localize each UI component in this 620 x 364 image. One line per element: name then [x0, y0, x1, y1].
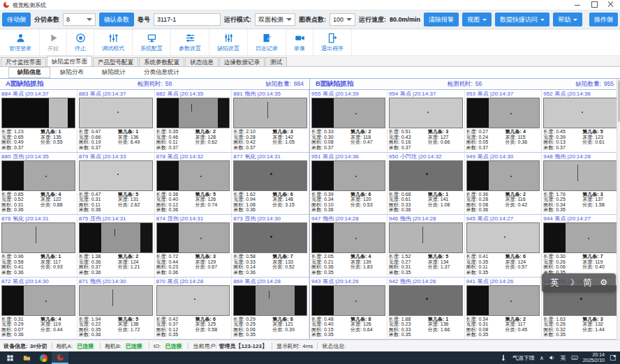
maximize-button[interactable]: [591, 1, 598, 8]
defect-cell[interactable]: 884黑点|20:14:37长度:1.23宽度:0.65面积:0.49米数:0.…: [0, 90, 78, 153]
defect-image[interactable]: [233, 160, 307, 191]
roll-number-input[interactable]: [154, 13, 221, 26]
speaker-icon[interactable]: [549, 354, 556, 361]
main-tab-6[interactable]: 测试: [265, 57, 287, 66]
defect-image[interactable]: [1, 98, 75, 128]
main-tab-5[interactable]: 边缘数据记录: [219, 57, 265, 66]
main-tab-0[interactable]: 尺寸监控界面: [1, 57, 46, 66]
defect-cell[interactable]: 874压伤|20:14:31长度:0.72宽度:0.44面积:0.23米数:0.…: [155, 215, 232, 278]
main-tab-2[interactable]: 产品型号配置: [93, 57, 138, 66]
main-tab-4[interactable]: 状态信息: [185, 57, 219, 66]
stop-button[interactable]: 停止: [67, 29, 94, 55]
exit-button[interactable]: 退出程序: [313, 29, 352, 55]
defect-cell[interactable]: 947拖伤|20:14:28长度:2.05宽度:0.21面积:0.36米数:0.…: [310, 215, 388, 278]
defect-cell[interactable]: 879黑点|20:14:33长度:0.47宽度:0.31面积:0.11米数:0.…: [78, 153, 155, 215]
system-config-button[interactable]: 系统配置: [133, 29, 171, 55]
defect-image[interactable]: [156, 98, 230, 128]
defect-image[interactable]: [389, 98, 463, 128]
slit-count-select[interactable]: 8: [63, 13, 96, 26]
confirm-count-button[interactable]: 确认条数: [99, 13, 134, 26]
defect-image[interactable]: [466, 285, 540, 316]
inspection-app-icon[interactable]: [52, 351, 68, 364]
defect-image[interactable]: [311, 98, 385, 128]
thermometer-icon[interactable]: [499, 351, 508, 364]
main-tab-1[interactable]: 缺陷监控界面: [47, 56, 92, 66]
defect-cell[interactable]: 880压伤|20:14:35长度:0.85宽度:0.52面积:0.31米数:0.…: [0, 153, 78, 215]
defect-cell[interactable]: 946拖伤|20:14:28长度:1.52宽度:0.27面积:0.31米数:0.…: [388, 215, 465, 278]
defect-cell[interactable]: 878黑点|20:14:32长度:0.38宽度:0.40面积:0.12米数:0.…: [155, 153, 232, 215]
defect-cell[interactable]: 872黑点|20:14:30长度:0.31宽度:0.29面积:0.07米数:0.…: [0, 278, 78, 340]
defect-image[interactable]: [543, 98, 617, 128]
defect-cell[interactable]: 877氧化|20:14:31长度:1.62宽度:0.94面积:1.08米数:0.…: [232, 153, 309, 215]
defect-cell[interactable]: 950小凹坑|20:14:32长度:0.68宽度:0.61面积:0.33米数:0…: [388, 153, 465, 215]
sub-tab-3[interactable]: 分类信息统计: [135, 68, 188, 77]
defect-image[interactable]: [1, 222, 75, 253]
operate-side-button[interactable]: 操作侧: [589, 13, 618, 26]
browser-icon[interactable]: [35, 351, 52, 364]
moon-icon[interactable]: ☽: [567, 273, 575, 292]
defect-cell[interactable]: 952黑点|20:14:36长度:0.45宽度:0.39面积:0.13米数:0.…: [542, 90, 619, 153]
defect-cell[interactable]: 875压伤|20:14:31长度:1.38宽度:0.36面积:0.37米数:0.…: [78, 215, 155, 278]
sub-tab-0[interactable]: 缺陷信息: [8, 67, 50, 78]
defect-cell[interactable]: 883黑点|20:14:37长度:0.47宽度:0.66面积:0.19米数:0.…: [78, 90, 155, 153]
clear-alarm-button[interactable]: 清除报警: [424, 13, 459, 26]
defect-cell[interactable]: 953黑点|20:14:37长度:0.27宽度:0.24面积:0.05米数:0.…: [465, 90, 542, 153]
defect-image[interactable]: [233, 222, 307, 253]
defect-cell[interactable]: 944黑点|20:14:27长度:0.30宽度:0.26面积:0.06米数:0.…: [542, 215, 619, 278]
defect-image[interactable]: [156, 160, 230, 191]
start-button[interactable]: 开始: [40, 29, 67, 55]
main-tab-3[interactable]: 系统参数配置: [139, 57, 184, 66]
defect-cell[interactable]: 955黑点|20:14:39长度:0.33宽度:0.30面积:0.08米数:0.…: [310, 90, 388, 153]
defect-cell[interactable]: 943黑点|20:14:26长度:0.48宽度:0.40面积:0.15米数:0.…: [310, 278, 388, 340]
tray-expand-chevron[interactable]: ∧: [540, 355, 544, 361]
sub-tab-1[interactable]: 缺陷分布: [52, 68, 92, 77]
defect-image[interactable]: [156, 222, 230, 253]
input-language-indicator[interactable]: 英: [561, 354, 566, 362]
defect-cell[interactable]: 954黑点|20:14:37长度:0.51宽度:0.43面积:0.16米数:0.…: [388, 90, 465, 153]
lang-english-button[interactable]: 英: [550, 273, 559, 292]
lang-simplified-button[interactable]: 简: [583, 273, 591, 292]
file-explorer-icon[interactable]: [18, 351, 35, 364]
defect-image[interactable]: [389, 222, 463, 253]
defect-image[interactable]: [79, 160, 153, 191]
defect-image[interactable]: [389, 285, 463, 316]
defect-cell[interactable]: 871拖伤|20:14:30长度:1.94宽度:0.22面积:0.35米数:0.…: [78, 278, 155, 340]
defect-cell[interactable]: 869黑点|20:14:28长度:0.29宽度:0.25面积:0.06米数:0.…: [232, 278, 309, 340]
defect-cell[interactable]: 942拖伤|20:14:26长度:1.88宽度:0.23面积:0.33米数:0.…: [388, 278, 465, 340]
defect-image[interactable]: [311, 160, 385, 191]
defect-image[interactable]: [466, 98, 540, 128]
defect-cell[interactable]: 949黑点|20:14:30长度:0.36宽度:0.28面积:0.08米数:0.…: [465, 153, 542, 215]
view-menu-button[interactable]: 视图: [462, 13, 492, 26]
defect-image[interactable]: [233, 98, 307, 128]
weather-text[interactable]: 气温下降: [512, 354, 535, 362]
defect-cell[interactable]: 873压伤|20:14:30长度:0.58宽度:0.33面积:0.14米数:0.…: [232, 215, 309, 278]
defect-image[interactable]: [1, 285, 75, 316]
defect-cell[interactable]: 870黑点|20:14:28长度:0.42宽度:0.37面积:0.12米数:0.…: [155, 278, 232, 340]
log-record-button[interactable]: 日志记录: [248, 29, 286, 55]
run-mode-select[interactable]: 双面检测: [255, 13, 295, 26]
taskbar-clock[interactable]: 20:14 2025/2/10: [583, 352, 605, 363]
record-button[interactable]: 录像: [286, 29, 313, 55]
defect-cell[interactable]: 948拖伤|20:14:28长度:1.76宽度:0.25面积:0.34米数:0.…: [542, 153, 619, 215]
action-center-icon[interactable]: [610, 354, 617, 361]
login-button[interactable]: 管理登录: [1, 29, 40, 55]
defect-settings-button[interactable]: 缺陷设置: [209, 29, 248, 55]
defect-image[interactable]: [466, 222, 540, 253]
defect-cell[interactable]: 876氧化|20:14:31长度:0.96宽度:0.58面积:0.41米数:0.…: [0, 215, 78, 278]
defect-image[interactable]: [79, 98, 153, 128]
defect-cell[interactable]: 951黑点|20:14:36长度:0.39宽度:0.34面积:0.10米数:0.…: [310, 153, 388, 215]
start-button[interactable]: [1, 351, 18, 364]
defect-image[interactable]: [543, 160, 617, 191]
sub-tab-2[interactable]: 缺陷统计: [94, 68, 134, 77]
drive-side-button[interactable]: 传动侧: [2, 13, 31, 26]
defect-image[interactable]: [543, 222, 617, 253]
defect-image[interactable]: [389, 160, 463, 191]
scrollbar[interactable]: [617, 79, 620, 340]
defect-cell[interactable]: 882黑点|20:14:35长度:0.35宽度:0.46面积:0.11米数:0.…: [155, 90, 232, 153]
defect-image[interactable]: [79, 285, 153, 316]
defect-image[interactable]: [233, 285, 307, 316]
defect-cell[interactable]: 881拖伤|20:14:35长度:2.10宽度:0.28面积:0.42米数:0.…: [232, 90, 309, 153]
close-button[interactable]: [607, 1, 614, 8]
param-settings-button[interactable]: 参数设置: [171, 29, 209, 55]
defect-image[interactable]: [156, 285, 230, 316]
